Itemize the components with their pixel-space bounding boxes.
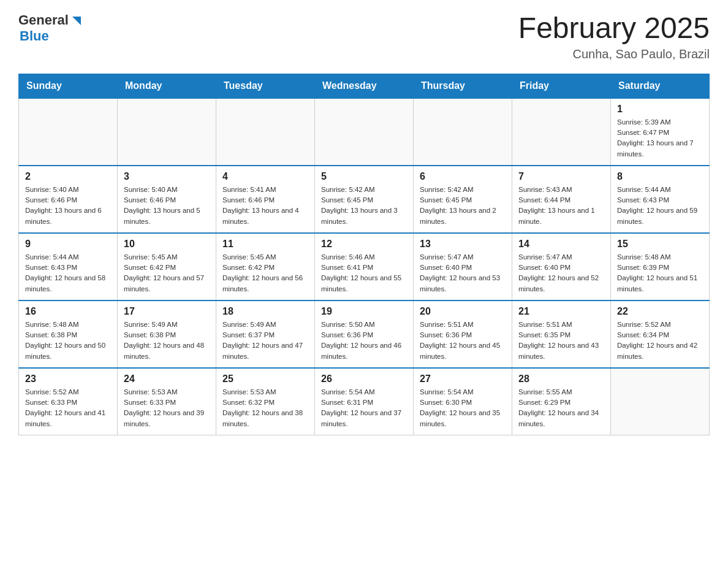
day-info: Sunrise: 5:49 AMSunset: 6:38 PMDaylight:… <box>124 320 210 362</box>
calendar-cell: 5Sunrise: 5:42 AMSunset: 6:45 PMDaylight… <box>315 166 414 233</box>
day-number: 23 <box>25 373 111 385</box>
day-number: 2 <box>25 171 111 182</box>
calendar-cell: 17Sunrise: 5:49 AMSunset: 6:38 PMDayligh… <box>118 301 216 368</box>
day-info: Sunrise: 5:53 AMSunset: 6:32 PMDaylight:… <box>222 387 308 429</box>
calendar-cell: 22Sunrise: 5:52 AMSunset: 6:34 PMDayligh… <box>611 301 710 368</box>
month-title: February 2025 <box>518 12 710 45</box>
day-info: Sunrise: 5:47 AMSunset: 6:40 PMDaylight:… <box>420 252 506 294</box>
calendar-cell: 6Sunrise: 5:42 AMSunset: 6:45 PMDaylight… <box>414 166 512 233</box>
day-number: 15 <box>617 239 703 250</box>
day-info: Sunrise: 5:51 AMSunset: 6:36 PMDaylight:… <box>420 320 506 362</box>
calendar-week-row: 23Sunrise: 5:52 AMSunset: 6:33 PMDayligh… <box>19 368 710 435</box>
day-number: 14 <box>518 239 604 250</box>
calendar-cell: 2Sunrise: 5:40 AMSunset: 6:46 PMDaylight… <box>19 166 118 233</box>
logo-triangle-icon <box>70 14 83 28</box>
day-info: Sunrise: 5:39 AMSunset: 6:47 PMDaylight:… <box>617 117 703 159</box>
day-number: 1 <box>617 104 703 115</box>
day-info: Sunrise: 5:47 AMSunset: 6:40 PMDaylight:… <box>518 252 604 294</box>
day-number: 18 <box>222 306 308 317</box>
day-number: 10 <box>124 239 210 250</box>
calendar-cell: 21Sunrise: 5:51 AMSunset: 6:35 PMDayligh… <box>512 301 611 368</box>
day-number: 25 <box>222 373 308 385</box>
day-number: 16 <box>25 306 111 317</box>
logo: General Blue <box>18 12 83 44</box>
calendar-cell: 25Sunrise: 5:53 AMSunset: 6:32 PMDayligh… <box>216 368 315 435</box>
weekday-header-tuesday: Tuesday <box>216 74 315 98</box>
day-info: Sunrise: 5:44 AMSunset: 6:43 PMDaylight:… <box>25 252 111 294</box>
day-info: Sunrise: 5:48 AMSunset: 6:39 PMDaylight:… <box>617 252 703 294</box>
calendar-cell: 24Sunrise: 5:53 AMSunset: 6:33 PMDayligh… <box>118 368 216 435</box>
day-info: Sunrise: 5:41 AMSunset: 6:46 PMDaylight:… <box>222 185 308 227</box>
svg-marker-0 <box>72 17 81 25</box>
logo-general-text: General <box>18 12 69 28</box>
calendar-cell: 8Sunrise: 5:44 AMSunset: 6:43 PMDaylight… <box>611 166 710 233</box>
day-info: Sunrise: 5:46 AMSunset: 6:41 PMDaylight:… <box>321 252 407 294</box>
day-info: Sunrise: 5:48 AMSunset: 6:38 PMDaylight:… <box>25 320 111 362</box>
calendar-cell <box>315 98 414 166</box>
calendar-week-row: 1Sunrise: 5:39 AMSunset: 6:47 PMDaylight… <box>19 98 710 166</box>
calendar-week-row: 2Sunrise: 5:40 AMSunset: 6:46 PMDaylight… <box>19 166 710 233</box>
calendar-cell: 26Sunrise: 5:54 AMSunset: 6:31 PMDayligh… <box>315 368 414 435</box>
location-subtitle: Cunha, Sao Paulo, Brazil <box>518 47 710 61</box>
day-info: Sunrise: 5:52 AMSunset: 6:33 PMDaylight:… <box>25 387 111 429</box>
calendar-cell <box>512 98 611 166</box>
day-number: 28 <box>518 373 604 385</box>
calendar-cell: 9Sunrise: 5:44 AMSunset: 6:43 PMDaylight… <box>19 233 118 301</box>
calendar-cell: 23Sunrise: 5:52 AMSunset: 6:33 PMDayligh… <box>19 368 118 435</box>
day-number: 13 <box>420 239 506 250</box>
day-number: 17 <box>124 306 210 317</box>
calendar-cell: 12Sunrise: 5:46 AMSunset: 6:41 PMDayligh… <box>315 233 414 301</box>
calendar-cell <box>611 368 710 435</box>
calendar-cell: 14Sunrise: 5:47 AMSunset: 6:40 PMDayligh… <box>512 233 611 301</box>
day-number: 22 <box>617 306 703 317</box>
calendar-cell: 4Sunrise: 5:41 AMSunset: 6:46 PMDaylight… <box>216 166 315 233</box>
calendar-cell <box>414 98 512 166</box>
logo-blue-text: Blue <box>20 28 49 44</box>
title-section: February 2025 Cunha, Sao Paulo, Brazil <box>518 12 710 61</box>
day-info: Sunrise: 5:49 AMSunset: 6:37 PMDaylight:… <box>222 320 308 362</box>
calendar-cell <box>19 98 118 166</box>
calendar-cell: 1Sunrise: 5:39 AMSunset: 6:47 PMDaylight… <box>611 98 710 166</box>
calendar-cell: 13Sunrise: 5:47 AMSunset: 6:40 PMDayligh… <box>414 233 512 301</box>
weekday-header-wednesday: Wednesday <box>315 74 414 98</box>
day-number: 4 <box>222 171 308 182</box>
day-number: 27 <box>420 373 506 385</box>
calendar-cell: 10Sunrise: 5:45 AMSunset: 6:42 PMDayligh… <box>118 233 216 301</box>
day-info: Sunrise: 5:42 AMSunset: 6:45 PMDaylight:… <box>321 185 407 227</box>
calendar-cell: 3Sunrise: 5:40 AMSunset: 6:46 PMDaylight… <box>118 166 216 233</box>
calendar-cell: 18Sunrise: 5:49 AMSunset: 6:37 PMDayligh… <box>216 301 315 368</box>
day-info: Sunrise: 5:51 AMSunset: 6:35 PMDaylight:… <box>518 320 604 362</box>
weekday-header-saturday: Saturday <box>611 74 710 98</box>
weekday-header-monday: Monday <box>118 74 216 98</box>
day-info: Sunrise: 5:43 AMSunset: 6:44 PMDaylight:… <box>518 185 604 227</box>
day-info: Sunrise: 5:45 AMSunset: 6:42 PMDaylight:… <box>124 252 210 294</box>
calendar-table: SundayMondayTuesdayWednesdayThursdayFrid… <box>18 74 710 436</box>
page-header: General Blue February 2025 Cunha, Sao Pa… <box>18 12 710 61</box>
day-info: Sunrise: 5:42 AMSunset: 6:45 PMDaylight:… <box>420 185 506 227</box>
day-number: 19 <box>321 306 407 317</box>
day-info: Sunrise: 5:50 AMSunset: 6:36 PMDaylight:… <box>321 320 407 362</box>
day-number: 8 <box>617 171 703 182</box>
day-info: Sunrise: 5:55 AMSunset: 6:29 PMDaylight:… <box>518 387 604 429</box>
day-number: 5 <box>321 171 407 182</box>
calendar-cell: 20Sunrise: 5:51 AMSunset: 6:36 PMDayligh… <box>414 301 512 368</box>
day-info: Sunrise: 5:52 AMSunset: 6:34 PMDaylight:… <box>617 320 703 362</box>
day-number: 3 <box>124 171 210 182</box>
day-number: 12 <box>321 239 407 250</box>
day-number: 21 <box>518 306 604 317</box>
calendar-cell: 11Sunrise: 5:45 AMSunset: 6:42 PMDayligh… <box>216 233 315 301</box>
calendar-week-row: 9Sunrise: 5:44 AMSunset: 6:43 PMDaylight… <box>19 233 710 301</box>
day-number: 7 <box>518 171 604 182</box>
day-number: 24 <box>124 373 210 385</box>
day-number: 20 <box>420 306 506 317</box>
calendar-cell: 28Sunrise: 5:55 AMSunset: 6:29 PMDayligh… <box>512 368 611 435</box>
day-number: 9 <box>25 239 111 250</box>
day-info: Sunrise: 5:53 AMSunset: 6:33 PMDaylight:… <box>124 387 210 429</box>
weekday-header-thursday: Thursday <box>414 74 512 98</box>
day-info: Sunrise: 5:54 AMSunset: 6:31 PMDaylight:… <box>321 387 407 429</box>
calendar-cell: 15Sunrise: 5:48 AMSunset: 6:39 PMDayligh… <box>611 233 710 301</box>
day-info: Sunrise: 5:44 AMSunset: 6:43 PMDaylight:… <box>617 185 703 227</box>
day-info: Sunrise: 5:54 AMSunset: 6:30 PMDaylight:… <box>420 387 506 429</box>
day-number: 6 <box>420 171 506 182</box>
calendar-week-row: 16Sunrise: 5:48 AMSunset: 6:38 PMDayligh… <box>19 301 710 368</box>
